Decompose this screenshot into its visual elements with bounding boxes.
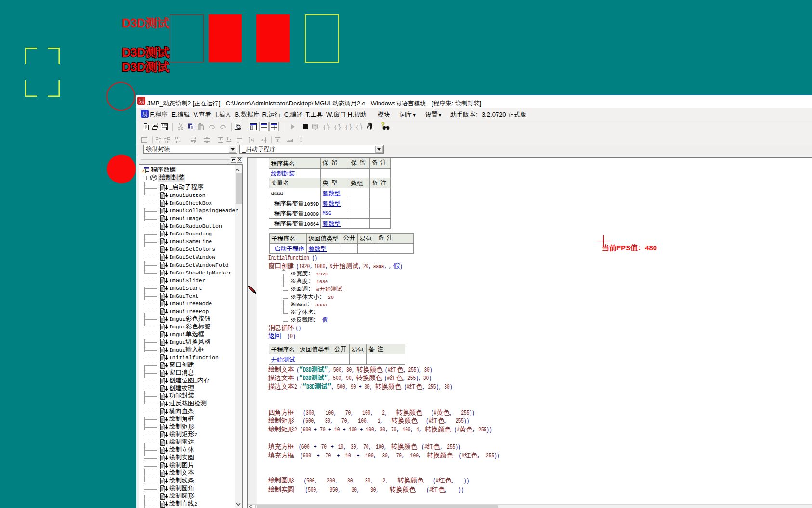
- svg-text:{}: {}: [355, 124, 363, 131]
- svg-text:{}: {}: [323, 124, 330, 131]
- svg-text:e: e: [143, 169, 144, 173]
- svg-text:{}: {}: [334, 124, 341, 131]
- svg-text:{}: {}: [345, 124, 352, 131]
